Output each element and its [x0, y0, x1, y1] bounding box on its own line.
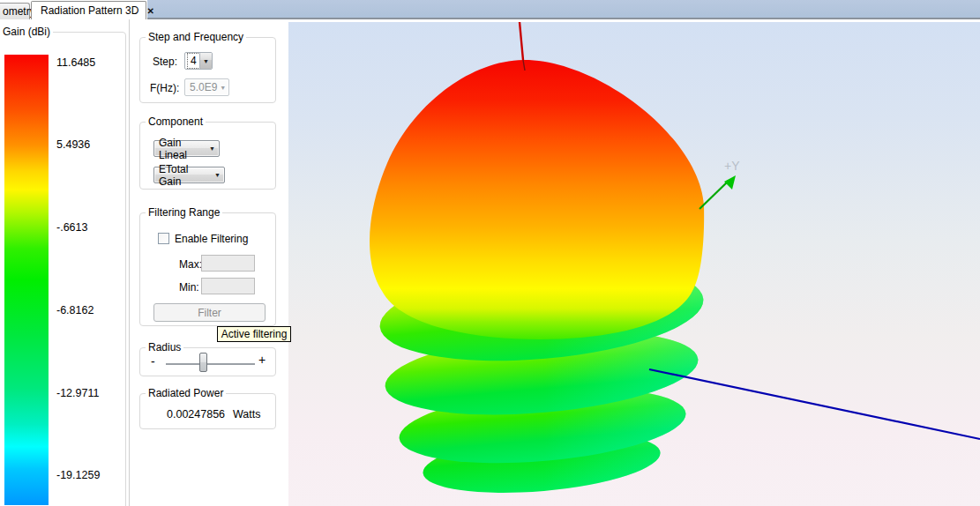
gain-legend-panel: Gain (dBi) 11.6485 5.4936 -.6613 -6.8162…	[0, 19, 130, 506]
max-input	[201, 255, 255, 272]
colorbar-tick-min: -19.1259	[56, 469, 100, 481]
colorbar-tick-5: -12.9711	[56, 387, 99, 399]
y-axis-label: +Y	[724, 159, 740, 173]
chevron-down-icon[interactable]: ▼	[211, 167, 224, 182]
step-frequency-title: Step and Frequency	[146, 31, 246, 43]
chevron-down-icon[interactable]: ▼	[206, 141, 219, 156]
x-axis-line	[649, 369, 980, 439]
radiation-pattern	[370, 60, 721, 506]
colorbar-tick-4: -6.8162	[56, 304, 94, 316]
component-title: Component	[146, 115, 206, 128]
y-axis-arrowhead-icon	[724, 175, 736, 190]
chevron-down-icon[interactable]: ▼	[199, 53, 212, 69]
step-value: 4	[188, 54, 199, 68]
max-label: Max:	[179, 258, 202, 271]
frequency-value: 5.0E9	[185, 79, 217, 95]
colorbar-tick-2: 5.4936	[56, 138, 90, 151]
radiation-pattern-viewport[interactable]: +Y	[288, 22, 980, 506]
radius-plus-label: +	[258, 353, 266, 367]
step-label: Step:	[153, 56, 177, 68]
etotal-value: ETotal Gain	[154, 167, 211, 182]
enable-filtering-checkbox[interactable]	[158, 233, 169, 244]
radius-slider-track[interactable]	[166, 363, 255, 365]
tab-bar-filler	[147, 0, 980, 19]
z-axis-line	[520, 22, 523, 60]
gain-groupbox-title: Gain (dBi)	[0, 26, 53, 38]
main-lobe	[370, 60, 704, 339]
radiated-power-groupbox: Radiated Power 0.00247856 Watts	[139, 393, 276, 429]
active-filtering-tooltip: Active filtering	[217, 326, 291, 342]
radiated-power-title: Radiated Power	[146, 387, 226, 399]
enable-filtering-label: Enable Filtering	[175, 233, 248, 245]
radius-slider-thumb[interactable]	[199, 353, 207, 372]
step-combobox[interactable]: 4 ▼	[184, 52, 213, 70]
filtering-range-title: Filtering Range	[146, 206, 222, 219]
radiated-power-unit: Watts	[233, 408, 260, 420]
filtering-range-groupbox: Filtering Range Enable Filtering Max: Mi…	[139, 212, 276, 326]
radius-minus-label: -	[151, 354, 155, 368]
tab-radiation-pattern-3d-label: Radiation Pattern 3D	[41, 4, 138, 17]
close-icon[interactable]: ✕	[146, 6, 153, 16]
gain-colorbar	[4, 55, 49, 505]
min-input	[201, 278, 255, 294]
radiated-power-value: 0.00247856	[167, 408, 225, 420]
tab-geometry[interactable]: ometry	[0, 3, 30, 19]
frequency-label: F(Hz):	[150, 82, 179, 94]
tab-bar: ometry Radiation Pattern 3D ✕	[0, 0, 980, 19]
colorbar-tick-max: 11.6485	[56, 56, 95, 69]
min-label: Min:	[179, 281, 199, 294]
radius-groupbox: Radius - +	[139, 347, 276, 376]
step-frequency-groupbox: Step and Frequency Step: 4 ▼ F(Hz): 5.0E…	[139, 37, 276, 103]
component-groupbox: Component Gain Lineal ▼ ETotal Gain ▼	[139, 122, 276, 190]
app-window: ometry Radiation Pattern 3D ✕ Gain (dBi)…	[0, 0, 980, 506]
etotal-combobox[interactable]: ETotal Gain ▼	[153, 167, 225, 183]
chevron-down-icon: ▼	[217, 79, 228, 95]
radius-title: Radius	[146, 341, 183, 353]
frequency-combobox: 5.0E9 ▼	[184, 78, 229, 96]
gain-type-combobox[interactable]: Gain Lineal ▼	[153, 140, 220, 157]
y-axis-line	[699, 181, 729, 209]
filter-button: Filter	[153, 303, 266, 322]
radiation-pattern-plot: +Y	[288, 22, 980, 506]
controls-panel: Step and Frequency Step: 4 ▼ F(Hz): 5.0E…	[131, 19, 288, 506]
gain-type-value: Gain Lineal	[154, 141, 206, 156]
tab-radiation-pattern-3d[interactable]: Radiation Pattern 3D ✕	[31, 1, 146, 19]
colorbar-tick-3: -.6613	[56, 221, 87, 234]
